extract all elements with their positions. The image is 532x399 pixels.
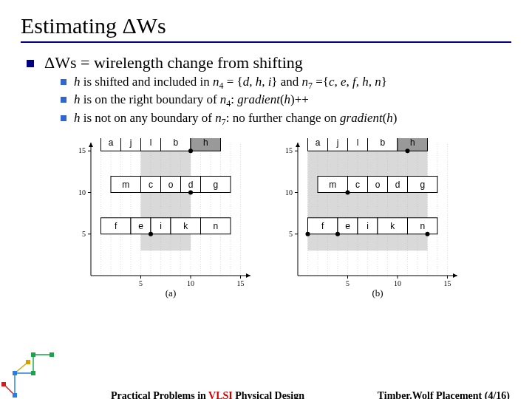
svg-point-126 [306,232,310,236]
svg-rect-132 [31,371,35,375]
sub-bullet-list: h is shifted and included in n4 = {d, h,… [61,74,511,128]
svg-text:d: d [188,180,194,190]
square-bullet-icon [27,60,34,67]
txt: ={ [313,75,329,89]
svg-text:m: m [329,180,336,190]
var-h: h [74,92,81,106]
var-n: n [215,111,222,125]
txt: ) [393,111,398,125]
footer-vlsi: VLSI [208,390,233,399]
svg-text:(a): (a) [166,287,176,299]
square-bullet-small-icon [61,115,66,121]
svg-text:10: 10 [187,279,194,287]
svg-text:i: i [366,221,369,231]
svg-rect-136 [26,360,30,364]
placement-chart: ajlbhmcodgfeikn5101551015(b) [277,138,462,301]
svg-text:5: 5 [139,279,143,287]
square-bullet-small-icon [61,79,66,85]
svg-text:e: e [138,221,143,231]
svg-text:5: 5 [289,230,293,238]
svg-text:a: a [109,138,114,148]
svg-text:10: 10 [285,188,293,197]
sub-point-1: h is shifted and included in n4 = {d, h,… [61,74,511,92]
svg-rect-133 [31,352,35,357]
svg-text:15: 15 [285,147,293,155]
footer-left: Practical Problems in VLSI Physical Desi… [111,390,304,399]
svg-text:n: n [213,221,218,231]
square-bullet-small-icon [61,97,66,103]
gradient: gradient [237,92,280,106]
svg-text:k: k [390,221,395,231]
svg-text:j: j [129,138,132,148]
var-n: n [302,75,309,89]
txt: : no further change on [226,111,340,125]
corner-decoration-icon [0,332,66,399]
svg-text:o: o [168,180,174,190]
svg-text:d: d [395,180,400,190]
svg-point-124 [406,149,410,154]
sub-point-3-text: h is not on any boundary of n7: no furth… [74,110,398,128]
svg-text:e: e [345,221,350,231]
footer-right: Timber.Wolf Placement (4/16) [378,390,510,399]
footer-text: Practical Problems in [111,390,208,399]
svg-text:k: k [183,221,188,231]
svg-text:o: o [375,180,381,190]
svg-text:j: j [336,138,339,148]
figure-container: ajlbhmcodgfeikn5101551015(a)ajlbhmcodgfe… [21,138,511,301]
svg-rect-134 [50,352,54,357]
svg-text:g: g [420,180,425,190]
set: d, h, i [243,75,272,89]
svg-text:a: a [316,138,321,148]
sub-point-2: h is on the right boundary of n4: gradie… [61,92,511,109]
svg-text:b: b [380,138,385,148]
slide-title: Estimating ΔWs [21,13,511,43]
txt: is not on any boundary of [81,111,216,125]
svg-text:15: 15 [237,279,245,287]
sub-point-1-text: h is shifted and included in n4 = {d, h,… [74,74,387,92]
svg-rect-130 [13,393,17,398]
svg-text:g: g [213,180,218,190]
var-h: h [386,111,393,125]
svg-rect-135 [1,382,6,386]
chart-b: ajlbhmcodgfeikn5101551015(b) [277,138,462,301]
chart-a: ajlbhmcodgfeikn5101551015(a) [70,138,255,301]
svg-point-128 [426,232,430,236]
svg-point-62 [149,232,153,236]
txt: } and [271,75,301,89]
svg-text:15: 15 [444,279,451,287]
var-h: h [74,111,81,125]
svg-point-127 [335,232,340,236]
footer-text: Physical Design [233,390,304,399]
sub-point-2-text: h is on the right boundary of n4: gradie… [74,92,309,109]
placement-chart: ajlbhmcodgfeikn5101551015(a) [70,138,255,301]
sub-point-3: h is not on any boundary of n7: no furth… [61,110,511,128]
svg-point-61 [188,191,193,195]
svg-text:5: 5 [82,230,86,238]
svg-text:c: c [149,180,153,190]
txt: )++ [290,92,309,106]
txt: = { [223,75,242,89]
svg-text:5: 5 [346,279,349,287]
svg-text:h: h [203,138,208,148]
set: c, e, f, h, n [329,75,381,89]
main-point: ΔWs = wirelength change from shifting [27,53,511,72]
svg-text:10: 10 [78,188,86,197]
gradient: gradient [340,111,383,125]
main-bullet-list: ΔWs = wirelength change from shifting h … [27,53,511,128]
svg-text:i: i [160,221,162,231]
svg-text:15: 15 [78,147,86,155]
svg-text:10: 10 [394,279,401,287]
main-point-text: ΔWs = wirelength change from shifting [44,53,303,72]
var-h: h [74,75,81,89]
svg-text:b: b [173,138,178,148]
txt: is shifted and included in [81,75,213,89]
txt: is on the right boundary of [81,92,220,106]
placement-diagrams: ajlbhmcodgfeikn5101551015(a)ajlbhmcodgfe… [70,138,462,301]
svg-text:l: l [357,138,359,148]
svg-text:c: c [355,180,360,190]
svg-text:(b): (b) [372,287,383,299]
txt: } [381,75,387,89]
svg-text:h: h [410,138,415,148]
svg-text:l: l [150,138,152,148]
svg-text:m: m [122,180,129,190]
